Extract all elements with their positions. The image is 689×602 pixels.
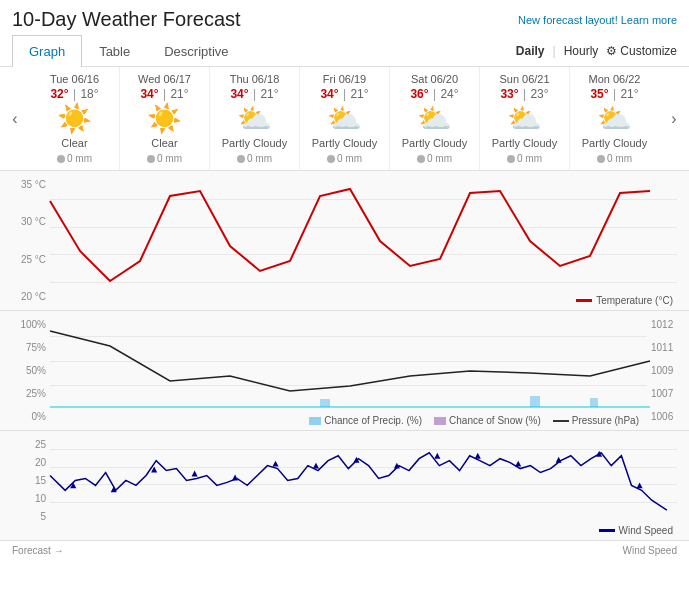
wind-legend-label: Wind Speed	[619, 525, 673, 536]
temp-lo: 24°	[440, 87, 458, 101]
wind-chart: 25 20 15 10 5	[0, 431, 689, 541]
snow-legend-label: Chance of Snow (%)	[449, 415, 541, 426]
forecast-grid: ‹ Tue 06/16 32° | 18° ☀️ Clear 0 mm Wed …	[0, 67, 689, 171]
day-precip: 0 mm	[572, 153, 657, 164]
temp-hi: 33°	[500, 87, 518, 101]
snow-swatch	[434, 417, 446, 425]
precip-legend-label: Chance of Precip. (%)	[324, 415, 422, 426]
tabs-row: Graph Table Descriptive Daily | Hourly ⚙…	[0, 35, 689, 67]
svg-marker-10	[313, 463, 319, 469]
days-container: Tue 06/16 32° | 18° ☀️ Clear 0 mm Wed 06…	[30, 67, 659, 170]
precip-dot	[147, 155, 155, 163]
day-icon: ⛅	[212, 105, 297, 133]
precip-value: 0 mm	[607, 153, 632, 164]
day-icon: ⛅	[572, 105, 657, 133]
temp-hi: 36°	[410, 87, 428, 101]
precip-dot	[57, 155, 65, 163]
precip-dot	[327, 155, 335, 163]
svg-rect-1	[530, 396, 540, 407]
pressure-y-right: 1012 1011 1009 1007 1006	[647, 311, 689, 430]
precip-dot	[237, 155, 245, 163]
day-precip: 0 mm	[212, 153, 297, 164]
svg-marker-15	[515, 461, 521, 467]
day-date: Sat 06/20	[392, 73, 477, 85]
temp-hi: 32°	[50, 87, 68, 101]
hourly-control[interactable]: Hourly	[564, 44, 599, 58]
day-col-3: Fri 06/19 34° | 21° ⛅ Partly Cloudy 0 mm	[299, 67, 389, 170]
day-desc: Partly Cloudy	[392, 137, 477, 149]
tabs: Graph Table Descriptive	[12, 35, 246, 66]
day-col-2: Thu 06/18 34° | 21° ⛅ Partly Cloudy 0 mm	[209, 67, 299, 170]
day-precip: 0 mm	[32, 153, 117, 164]
precip-value: 0 mm	[337, 153, 362, 164]
pressure-chart: 100% 75% 50% 25% 0% 1012 1011 1009 1007 …	[0, 311, 689, 431]
chart-footer: Forecast → Wind Speed	[0, 541, 689, 560]
wind-footer-label: Wind Speed	[623, 545, 677, 556]
day-date: Fri 06/19	[302, 73, 387, 85]
day-temps: 34° | 21°	[122, 87, 207, 101]
day-icon: ⛅	[302, 105, 387, 133]
customize-button[interactable]: ⚙ Customize	[606, 44, 677, 58]
day-desc: Clear	[32, 137, 117, 149]
day-col-0: Tue 06/16 32° | 18° ☀️ Clear 0 mm	[30, 67, 119, 170]
precip-value: 0 mm	[517, 153, 542, 164]
pressure-legend-label: Pressure (hPa)	[572, 415, 639, 426]
pressure-legend: Chance of Precip. (%) Chance of Snow (%)…	[309, 415, 639, 426]
tab-graph[interactable]: Graph	[12, 35, 82, 67]
precip-value: 0 mm	[67, 153, 92, 164]
day-col-4: Sat 06/20 36° | 24° ⛅ Partly Cloudy 0 mm	[389, 67, 479, 170]
header: 10-Day Weather Forecast New forecast lay…	[0, 0, 689, 35]
gear-icon: ⚙	[606, 44, 617, 58]
tab-table[interactable]: Table	[82, 35, 147, 67]
precip-swatch	[309, 417, 321, 425]
temp-lo: 18°	[80, 87, 98, 101]
pressure-swatch	[553, 420, 569, 422]
day-precip: 0 mm	[392, 153, 477, 164]
tab-controls: Daily | Hourly ⚙ Customize	[516, 44, 677, 58]
day-icon: ⛅	[482, 105, 567, 133]
temp-y-axis: 35 °C 30 °C 25 °C 20 °C	[0, 171, 50, 310]
day-desc: Clear	[122, 137, 207, 149]
chart-area: 35 °C 30 °C 25 °C 20 °C Temperature (°C)	[0, 171, 689, 560]
daily-control[interactable]: Daily	[516, 44, 545, 58]
temp-hi: 34°	[230, 87, 248, 101]
svg-marker-7	[192, 471, 198, 477]
svg-marker-14	[475, 453, 481, 459]
forecast-label: Forecast →	[12, 545, 64, 556]
precip-dot	[507, 155, 515, 163]
wind-y-axis: 25 20 15 10 5	[0, 431, 50, 540]
temp-legend: Temperature (°C)	[576, 295, 673, 306]
svg-rect-0	[320, 399, 330, 407]
day-icon: ☀️	[32, 105, 117, 133]
precip-value: 0 mm	[157, 153, 182, 164]
svg-rect-2	[590, 398, 598, 407]
precip-value: 0 mm	[427, 153, 452, 164]
day-precip: 0 mm	[482, 153, 567, 164]
precip-dot	[597, 155, 605, 163]
new-forecast-link[interactable]: New forecast layout! Learn more	[518, 14, 677, 26]
temp-lo: 23°	[530, 87, 548, 101]
day-date: Sun 06/21	[482, 73, 567, 85]
next-arrow[interactable]: ›	[659, 67, 689, 170]
wind-swatch	[599, 529, 615, 532]
day-col-5: Sun 06/21 33° | 23° ⛅ Partly Cloudy 0 mm	[479, 67, 569, 170]
precip-value: 0 mm	[247, 153, 272, 164]
day-date: Mon 06/22	[572, 73, 657, 85]
temp-lo: 21°	[350, 87, 368, 101]
day-col-6: Mon 06/22 35° | 21° ⛅ Partly Cloudy 0 mm	[569, 67, 659, 170]
day-precip: 0 mm	[302, 153, 387, 164]
wind-legend: Wind Speed	[599, 525, 673, 536]
day-temps: 32° | 18°	[32, 87, 117, 101]
prev-arrow[interactable]: ‹	[0, 67, 30, 170]
day-temps: 35° | 21°	[572, 87, 657, 101]
tab-descriptive[interactable]: Descriptive	[147, 35, 245, 67]
precip-dot	[417, 155, 425, 163]
day-temps: 34° | 21°	[212, 87, 297, 101]
temp-hi: 34°	[320, 87, 338, 101]
svg-marker-11	[353, 457, 359, 463]
day-date: Wed 06/17	[122, 73, 207, 85]
day-desc: Partly Cloudy	[302, 137, 387, 149]
app-container: 10-Day Weather Forecast New forecast lay…	[0, 0, 689, 560]
day-temps: 33° | 23°	[482, 87, 567, 101]
customize-label: Customize	[620, 44, 677, 58]
